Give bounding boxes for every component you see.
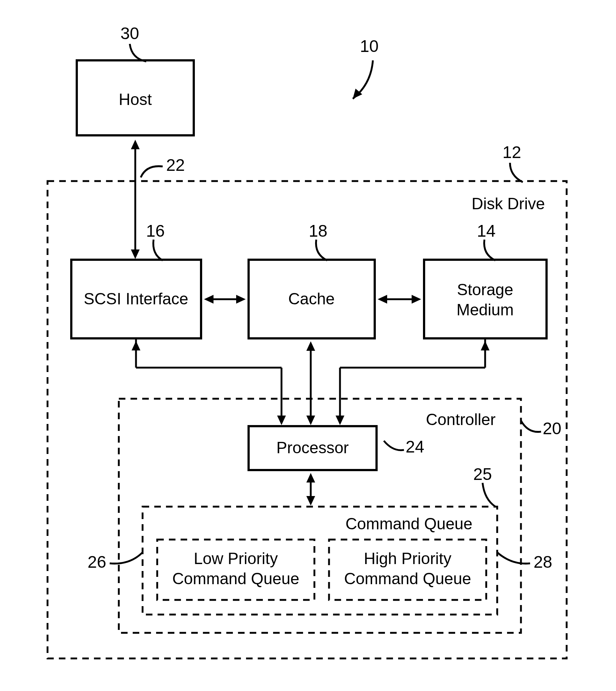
ref-12: 12 (502, 143, 521, 162)
storage-medium-label-1: Storage (457, 281, 513, 298)
system-diagram: Host 30 10 Disk Drive 12 22 SCSI Interfa… (0, 0, 616, 691)
ref-22: 22 (166, 155, 185, 174)
ref-14: 14 (477, 221, 495, 240)
low-priority-label-2: Command Queue (172, 570, 299, 587)
low-priority-label-1: Low Priority (194, 549, 278, 567)
storage-medium-label-2: Medium (457, 301, 514, 319)
storage-medium-box (424, 260, 547, 338)
command-queue-label: Command Queue (345, 515, 472, 533)
ref-24: 24 (405, 437, 424, 456)
high-priority-label-1: High Priority (364, 549, 451, 567)
ref-16: 16 (146, 221, 165, 240)
scsi-interface-label: SCSI Interface (84, 290, 188, 308)
controller-label: Controller (426, 410, 496, 428)
ref-26: 26 (87, 552, 106, 571)
ref-25: 25 (473, 465, 492, 484)
host-label: Host (119, 90, 152, 108)
disk-drive-label: Disk Drive (472, 195, 545, 213)
high-priority-label-2: Command Queue (344, 570, 471, 587)
cache-label: Cache (288, 290, 335, 308)
ref-30: 30 (120, 24, 139, 43)
ref-18: 18 (309, 221, 327, 240)
ref-20: 20 (543, 419, 561, 438)
ref-10: 10 (360, 37, 378, 56)
ref-28: 28 (533, 552, 552, 571)
processor-label: Processor (276, 439, 349, 457)
